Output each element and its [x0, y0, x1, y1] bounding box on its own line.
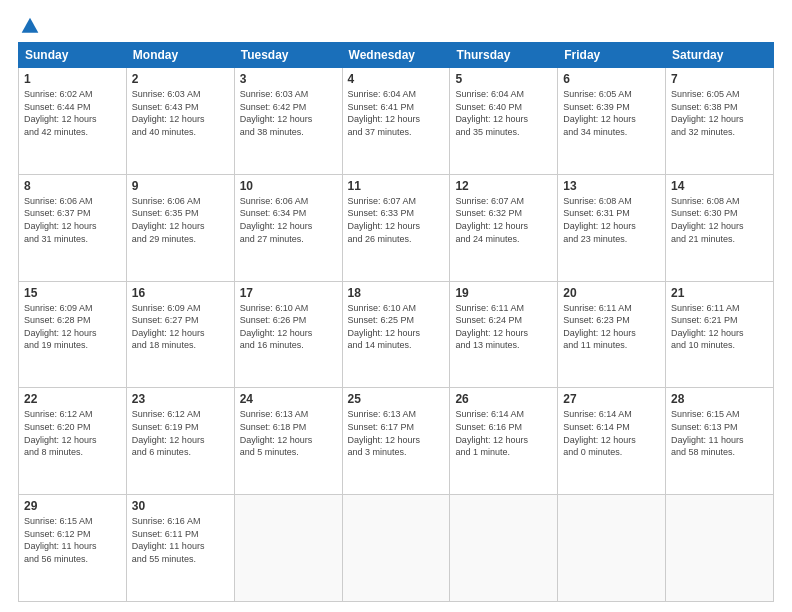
day-number: 21 [671, 286, 768, 300]
day-info: Sunrise: 6:03 AM Sunset: 6:43 PM Dayligh… [132, 88, 229, 138]
weekday-header-sunday: Sunday [19, 43, 127, 68]
day-info: Sunrise: 6:08 AM Sunset: 6:31 PM Dayligh… [563, 195, 660, 245]
calendar-cell: 10Sunrise: 6:06 AM Sunset: 6:34 PM Dayli… [234, 174, 342, 281]
calendar-cell: 27Sunrise: 6:14 AM Sunset: 6:14 PM Dayli… [558, 388, 666, 495]
day-number: 1 [24, 72, 121, 86]
day-number: 11 [348, 179, 445, 193]
day-number: 10 [240, 179, 337, 193]
day-number: 12 [455, 179, 552, 193]
day-info: Sunrise: 6:05 AM Sunset: 6:39 PM Dayligh… [563, 88, 660, 138]
day-number: 17 [240, 286, 337, 300]
calendar-cell: 26Sunrise: 6:14 AM Sunset: 6:16 PM Dayli… [450, 388, 558, 495]
calendar-cell: 30Sunrise: 6:16 AM Sunset: 6:11 PM Dayli… [126, 495, 234, 602]
day-number: 4 [348, 72, 445, 86]
calendar-week-4: 22Sunrise: 6:12 AM Sunset: 6:20 PM Dayli… [19, 388, 774, 495]
day-info: Sunrise: 6:10 AM Sunset: 6:25 PM Dayligh… [348, 302, 445, 352]
day-info: Sunrise: 6:13 AM Sunset: 6:17 PM Dayligh… [348, 408, 445, 458]
calendar-cell: 7Sunrise: 6:05 AM Sunset: 6:38 PM Daylig… [666, 68, 774, 175]
day-info: Sunrise: 6:03 AM Sunset: 6:42 PM Dayligh… [240, 88, 337, 138]
day-info: Sunrise: 6:06 AM Sunset: 6:35 PM Dayligh… [132, 195, 229, 245]
day-info: Sunrise: 6:07 AM Sunset: 6:32 PM Dayligh… [455, 195, 552, 245]
weekday-row: SundayMondayTuesdayWednesdayThursdayFrid… [19, 43, 774, 68]
day-info: Sunrise: 6:08 AM Sunset: 6:30 PM Dayligh… [671, 195, 768, 245]
calendar-body: 1Sunrise: 6:02 AM Sunset: 6:44 PM Daylig… [19, 68, 774, 602]
calendar-cell [234, 495, 342, 602]
day-info: Sunrise: 6:16 AM Sunset: 6:11 PM Dayligh… [132, 515, 229, 565]
calendar-cell: 25Sunrise: 6:13 AM Sunset: 6:17 PM Dayli… [342, 388, 450, 495]
calendar-cell: 4Sunrise: 6:04 AM Sunset: 6:41 PM Daylig… [342, 68, 450, 175]
day-number: 16 [132, 286, 229, 300]
day-info: Sunrise: 6:04 AM Sunset: 6:40 PM Dayligh… [455, 88, 552, 138]
day-number: 29 [24, 499, 121, 513]
calendar-cell: 23Sunrise: 6:12 AM Sunset: 6:19 PM Dayli… [126, 388, 234, 495]
header [18, 16, 774, 34]
logo [18, 16, 40, 34]
day-info: Sunrise: 6:09 AM Sunset: 6:28 PM Dayligh… [24, 302, 121, 352]
calendar-cell [558, 495, 666, 602]
calendar-cell [450, 495, 558, 602]
weekday-header-saturday: Saturday [666, 43, 774, 68]
day-number: 18 [348, 286, 445, 300]
calendar-cell: 24Sunrise: 6:13 AM Sunset: 6:18 PM Dayli… [234, 388, 342, 495]
calendar-cell: 5Sunrise: 6:04 AM Sunset: 6:40 PM Daylig… [450, 68, 558, 175]
day-info: Sunrise: 6:15 AM Sunset: 6:13 PM Dayligh… [671, 408, 768, 458]
day-info: Sunrise: 6:10 AM Sunset: 6:26 PM Dayligh… [240, 302, 337, 352]
calendar-cell: 9Sunrise: 6:06 AM Sunset: 6:35 PM Daylig… [126, 174, 234, 281]
weekday-header-wednesday: Wednesday [342, 43, 450, 68]
calendar-cell: 13Sunrise: 6:08 AM Sunset: 6:31 PM Dayli… [558, 174, 666, 281]
calendar-cell: 1Sunrise: 6:02 AM Sunset: 6:44 PM Daylig… [19, 68, 127, 175]
calendar-cell: 3Sunrise: 6:03 AM Sunset: 6:42 PM Daylig… [234, 68, 342, 175]
day-info: Sunrise: 6:14 AM Sunset: 6:16 PM Dayligh… [455, 408, 552, 458]
weekday-header-tuesday: Tuesday [234, 43, 342, 68]
weekday-header-thursday: Thursday [450, 43, 558, 68]
day-number: 2 [132, 72, 229, 86]
day-number: 14 [671, 179, 768, 193]
calendar-cell [342, 495, 450, 602]
calendar-cell: 11Sunrise: 6:07 AM Sunset: 6:33 PM Dayli… [342, 174, 450, 281]
weekday-header-monday: Monday [126, 43, 234, 68]
day-info: Sunrise: 6:05 AM Sunset: 6:38 PM Dayligh… [671, 88, 768, 138]
day-info: Sunrise: 6:12 AM Sunset: 6:19 PM Dayligh… [132, 408, 229, 458]
calendar-week-2: 8Sunrise: 6:06 AM Sunset: 6:37 PM Daylig… [19, 174, 774, 281]
day-number: 3 [240, 72, 337, 86]
day-number: 24 [240, 392, 337, 406]
calendar-cell: 12Sunrise: 6:07 AM Sunset: 6:32 PM Dayli… [450, 174, 558, 281]
day-info: Sunrise: 6:13 AM Sunset: 6:18 PM Dayligh… [240, 408, 337, 458]
calendar-cell: 19Sunrise: 6:11 AM Sunset: 6:24 PM Dayli… [450, 281, 558, 388]
day-number: 30 [132, 499, 229, 513]
calendar-cell: 22Sunrise: 6:12 AM Sunset: 6:20 PM Dayli… [19, 388, 127, 495]
calendar-cell: 17Sunrise: 6:10 AM Sunset: 6:26 PM Dayli… [234, 281, 342, 388]
calendar-cell: 2Sunrise: 6:03 AM Sunset: 6:43 PM Daylig… [126, 68, 234, 175]
day-number: 22 [24, 392, 121, 406]
day-info: Sunrise: 6:02 AM Sunset: 6:44 PM Dayligh… [24, 88, 121, 138]
calendar-week-3: 15Sunrise: 6:09 AM Sunset: 6:28 PM Dayli… [19, 281, 774, 388]
calendar-header: SundayMondayTuesdayWednesdayThursdayFrid… [19, 43, 774, 68]
calendar-cell: 18Sunrise: 6:10 AM Sunset: 6:25 PM Dayli… [342, 281, 450, 388]
calendar-cell: 14Sunrise: 6:08 AM Sunset: 6:30 PM Dayli… [666, 174, 774, 281]
day-number: 26 [455, 392, 552, 406]
day-number: 19 [455, 286, 552, 300]
day-number: 28 [671, 392, 768, 406]
day-info: Sunrise: 6:06 AM Sunset: 6:34 PM Dayligh… [240, 195, 337, 245]
calendar-cell: 29Sunrise: 6:15 AM Sunset: 6:12 PM Dayli… [19, 495, 127, 602]
day-info: Sunrise: 6:15 AM Sunset: 6:12 PM Dayligh… [24, 515, 121, 565]
weekday-header-friday: Friday [558, 43, 666, 68]
calendar-cell: 6Sunrise: 6:05 AM Sunset: 6:39 PM Daylig… [558, 68, 666, 175]
day-info: Sunrise: 6:07 AM Sunset: 6:33 PM Dayligh… [348, 195, 445, 245]
calendar-cell: 28Sunrise: 6:15 AM Sunset: 6:13 PM Dayli… [666, 388, 774, 495]
day-number: 27 [563, 392, 660, 406]
day-number: 8 [24, 179, 121, 193]
day-number: 20 [563, 286, 660, 300]
day-number: 5 [455, 72, 552, 86]
day-number: 13 [563, 179, 660, 193]
calendar-cell: 8Sunrise: 6:06 AM Sunset: 6:37 PM Daylig… [19, 174, 127, 281]
day-info: Sunrise: 6:12 AM Sunset: 6:20 PM Dayligh… [24, 408, 121, 458]
calendar-cell: 15Sunrise: 6:09 AM Sunset: 6:28 PM Dayli… [19, 281, 127, 388]
day-info: Sunrise: 6:11 AM Sunset: 6:23 PM Dayligh… [563, 302, 660, 352]
day-number: 23 [132, 392, 229, 406]
day-number: 25 [348, 392, 445, 406]
day-info: Sunrise: 6:14 AM Sunset: 6:14 PM Dayligh… [563, 408, 660, 458]
calendar-table: SundayMondayTuesdayWednesdayThursdayFrid… [18, 42, 774, 602]
calendar-week-1: 1Sunrise: 6:02 AM Sunset: 6:44 PM Daylig… [19, 68, 774, 175]
day-info: Sunrise: 6:09 AM Sunset: 6:27 PM Dayligh… [132, 302, 229, 352]
